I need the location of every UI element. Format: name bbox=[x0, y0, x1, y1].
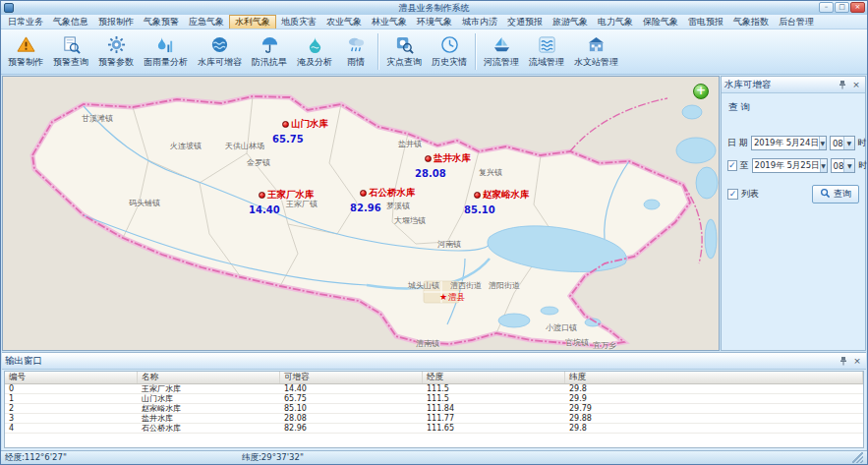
pin-icon[interactable] bbox=[838, 355, 849, 367]
county-seat-marker: ★澧县 bbox=[439, 292, 465, 304]
reservoir-value: 82.96 bbox=[350, 203, 416, 213]
menu-item-forecast-make[interactable]: 预报制作 bbox=[93, 15, 139, 29]
areal-rain-icon bbox=[156, 35, 175, 54]
menu-item-geo-disaster[interactable]: 地质灾害 bbox=[276, 15, 321, 29]
chevron-down-icon: ▼ bbox=[819, 137, 826, 149]
column-header[interactable]: 可增容 bbox=[280, 372, 423, 383]
chevron-down-icon: ▼ bbox=[843, 159, 854, 172]
menu-item-weather-info[interactable]: 气象信息 bbox=[48, 15, 93, 29]
town-label: 码头铺镇 bbox=[129, 198, 160, 208]
toolbar-button-label: 水库可增容 bbox=[198, 56, 242, 69]
table-cell: 盐井水库 bbox=[138, 414, 280, 423]
town-label: 澧阳街道 bbox=[489, 280, 520, 291]
reservoir-marker[interactable]: 山门水库65.75 bbox=[282, 114, 328, 145]
table-row[interactable]: 4石公桥水库82.96111.6529.8 bbox=[5, 424, 863, 434]
column-header[interactable]: 名称 bbox=[138, 372, 280, 383]
reservoir-capacity-panel: 水库可增容 × 查 询 日 期 2019年 5月24日 ▼ 08 ▼ bbox=[721, 76, 866, 351]
toolbar-button-river-mgmt[interactable]: 河流管理 bbox=[479, 30, 524, 73]
list-checkbox[interactable]: ✓ bbox=[727, 189, 738, 200]
inundation-icon bbox=[306, 35, 324, 54]
table-row[interactable]: 1山门水库65.75111.529.9 bbox=[5, 394, 863, 404]
query-button[interactable]: 查询 bbox=[812, 185, 859, 203]
disaster-search-icon bbox=[395, 35, 414, 54]
town-label: 大堰垱镇 bbox=[394, 215, 426, 226]
toolbar-button-rain-info[interactable]: 雨情 bbox=[337, 30, 375, 73]
resize-grip[interactable] bbox=[852, 452, 863, 463]
menu-item-insurance-weather[interactable]: 保险气象 bbox=[638, 15, 683, 29]
reservoir-marker[interactable]: 盐井水库28.08 bbox=[425, 148, 471, 179]
table-row[interactable]: 0王家厂水库14.40111.529.8 bbox=[5, 384, 863, 394]
column-header[interactable]: 编号 bbox=[5, 372, 138, 383]
table-cell: 王家厂水库 bbox=[138, 384, 280, 393]
reservoir-value: 14.40 bbox=[249, 204, 315, 215]
zoom-in-button[interactable]: + bbox=[693, 84, 709, 99]
reservoir-marker[interactable]: 石公桥水库82.96 bbox=[360, 183, 416, 213]
output-title: 输出窗口 bbox=[5, 355, 42, 368]
panel-close-icon[interactable]: × bbox=[850, 79, 862, 90]
toolbar-button-basin-mgmt[interactable]: 流域管理 bbox=[524, 30, 569, 73]
toolbar-button-areal-rain-analysis[interactable]: 面雨量分析 bbox=[139, 30, 193, 73]
toolbar-button-warning-make[interactable]: 预警制作 bbox=[3, 30, 48, 73]
pin-icon[interactable] bbox=[837, 79, 848, 90]
toolbar-button-warning-params[interactable]: 预警参数 bbox=[93, 30, 139, 73]
menu-item-emergency-weather[interactable]: 应急气象 bbox=[184, 15, 229, 29]
column-header[interactable]: 纬度 bbox=[565, 372, 863, 383]
menu-item-lightning-forecast[interactable]: 雷电预报 bbox=[683, 15, 728, 29]
river-mgmt-icon bbox=[492, 35, 511, 54]
maximize-button[interactable]: □ bbox=[835, 2, 849, 13]
warning-make-icon bbox=[17, 35, 35, 54]
menu-item-water-weather[interactable]: 水利气象 bbox=[229, 15, 276, 29]
main-area: + 甘溪滩镇火连坡镇天供山林场金罗镇盐井镇复兴镇码头铺镇王家厂镇梦溪镇大堰垱镇河… bbox=[1, 75, 867, 352]
minimize-button[interactable]: – bbox=[819, 2, 834, 13]
menu-item-daily-business[interactable]: 日常业务 bbox=[3, 15, 48, 29]
column-header[interactable]: 经度 bbox=[423, 372, 565, 383]
status-latitude: 纬度:29°37'32" bbox=[242, 452, 304, 464]
menu-item-weather-warning[interactable]: 气象预警 bbox=[139, 15, 184, 29]
toolbar-button-inundation-analysis[interactable]: 淹及分析 bbox=[292, 30, 337, 73]
table-cell: 65.75 bbox=[280, 394, 423, 403]
toolbar-button-disaster-point-query[interactable]: 灾点查询 bbox=[381, 30, 427, 73]
toolbar-button-flood-drought[interactable]: 防汛抗旱 bbox=[247, 30, 292, 73]
town-label: 小渡口镇 bbox=[546, 322, 577, 333]
menu-item-forest-weather[interactable]: 林业气象 bbox=[367, 15, 412, 29]
table-cell: 111.84 bbox=[423, 404, 565, 413]
title-bar: 澧县业务制作系统 – □ × bbox=[1, 1, 867, 15]
to-hour-select[interactable]: 08 ▼ bbox=[831, 158, 856, 173]
close-button[interactable]: × bbox=[850, 2, 865, 13]
application-window: 澧县业务制作系统 – □ × 日常业务气象信息预报制作气象预警应急气象水利气象地… bbox=[0, 0, 868, 465]
table-cell: 111.65 bbox=[423, 424, 565, 433]
toolbar-button-label: 灾点查询 bbox=[386, 56, 422, 69]
reservoir-marker[interactable]: 王家厂水库14.40 bbox=[259, 185, 315, 215]
menu-item-agri-weather[interactable]: 农业气象 bbox=[321, 15, 367, 29]
toolbar-button-disaster-history[interactable]: 历史灾情 bbox=[427, 30, 472, 73]
menu-item-env-weather[interactable]: 环境气象 bbox=[412, 15, 457, 29]
menu-item-power-weather[interactable]: 电力气象 bbox=[593, 15, 638, 29]
from-date-select[interactable]: 2019年 5月24日 ▼ bbox=[751, 136, 827, 150]
menu-item-admin[interactable]: 后台管理 bbox=[774, 15, 819, 29]
reservoir-name: 石公桥水库 bbox=[369, 187, 416, 198]
table-cell: 山门水库 bbox=[138, 394, 280, 403]
toolbar-button-reservoir-capacity[interactable]: 水库可增容 bbox=[193, 30, 247, 73]
toolbar-button-hydro-station-mgmt[interactable]: 水文站管理 bbox=[569, 30, 623, 73]
to-date-checkbox[interactable]: ✓ bbox=[727, 160, 737, 171]
history-disaster-icon bbox=[440, 35, 459, 54]
toolbar-button-warning-query[interactable]: 预警查询 bbox=[48, 30, 93, 73]
reservoir-marker[interactable]: 赵家峪水库85.10 bbox=[474, 185, 530, 215]
panel-title: 水库可增容 bbox=[724, 79, 772, 91]
from-hour-select[interactable]: 08 ▼ bbox=[830, 136, 855, 150]
table-row[interactable]: 2赵家峪水库85.10111.8429.79 bbox=[5, 404, 863, 414]
reservoir-dot-icon bbox=[259, 192, 265, 199]
toolbar-separator bbox=[475, 33, 476, 70]
reservoir-dot-icon bbox=[360, 190, 367, 197]
output-close-icon[interactable]: × bbox=[851, 355, 863, 367]
to-date-select[interactable]: 2019年 5月25日 ▼ bbox=[752, 158, 828, 173]
table-row[interactable]: 3盐井水库28.08111.7729.88 bbox=[5, 414, 863, 424]
menu-item-weather-index[interactable]: 气象指数 bbox=[728, 15, 774, 29]
menu-item-tourism-weather[interactable]: 旅游气象 bbox=[548, 15, 593, 29]
menu-item-urban-flood[interactable]: 城市内涝 bbox=[457, 15, 502, 29]
date-label: 日 期 bbox=[727, 137, 748, 149]
menu-item-traffic-forecast[interactable]: 交通预报 bbox=[502, 15, 548, 29]
map-canvas[interactable]: + 甘溪滩镇火连坡镇天供山林场金罗镇盐井镇复兴镇码头铺镇王家厂镇梦溪镇大堰垱镇河… bbox=[2, 76, 720, 351]
output-table-header: 编号名称可增容经度纬度 bbox=[5, 372, 863, 384]
toolbar-button-label: 淹及分析 bbox=[297, 56, 332, 69]
